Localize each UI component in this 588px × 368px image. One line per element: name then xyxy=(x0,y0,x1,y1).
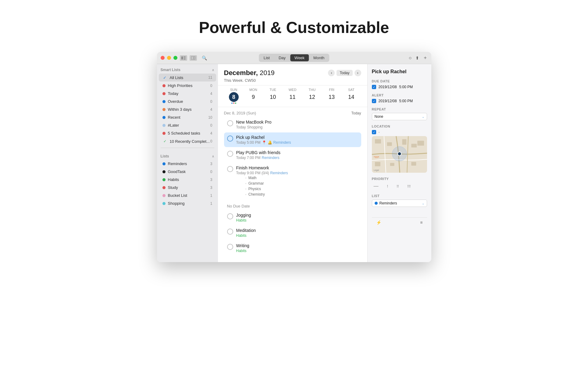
date-section-header: Dec 8, 2019 (Sun) Today xyxy=(224,107,361,117)
sidebar-item-within-3-days[interactable]: Within 3 days 4 xyxy=(159,106,216,113)
task-checkbox[interactable] xyxy=(227,151,233,157)
location-value: - xyxy=(379,130,380,134)
circle-icon[interactable]: ○ xyxy=(409,55,412,61)
checkmark-icon: ✓ xyxy=(373,99,375,103)
detail-title: Pick up Rachel xyxy=(372,69,427,74)
panel-toggle-button[interactable] xyxy=(190,55,197,61)
task-checkbox[interactable] xyxy=(227,213,233,219)
seg-month[interactable]: Month xyxy=(309,54,329,61)
day-col-sun[interactable]: Sun 8 xyxy=(224,88,244,104)
priority-low[interactable]: ! xyxy=(385,183,390,189)
sidebar-item-reminders[interactable]: Reminders 3 xyxy=(159,160,216,168)
sidebar-item-study[interactable]: Study 3 xyxy=(159,184,216,191)
minimize-button[interactable] xyxy=(167,56,171,60)
sidebar-item-today[interactable]: Today 4 xyxy=(159,90,216,97)
no-due-date-header: No Due Date xyxy=(224,200,361,210)
menu-icon[interactable]: ≡ xyxy=(420,220,422,225)
location-row: ✓ - xyxy=(372,130,427,134)
sidebar-item-habits[interactable]: Habits 3 xyxy=(159,176,216,183)
due-date-section: Due Date ✓ 2019/12/08 5:00 PM xyxy=(372,79,427,89)
location-checkbox[interactable]: ✓ xyxy=(372,130,376,134)
task-checkbox[interactable] xyxy=(227,244,233,250)
day-num-mon: 9 xyxy=(248,92,258,102)
subtask-chemistry: Chemistry xyxy=(236,192,358,197)
sidebar-item-bucket-list[interactable]: Bucket List 1 xyxy=(159,192,216,199)
task-row[interactable]: Play PUBG with friends Today 7:00 PM Rem… xyxy=(224,148,361,162)
sidebar-item-shopping[interactable]: Shopping 1 xyxy=(159,200,216,207)
sidebar-item-high-priorities[interactable]: High Priorities 0 xyxy=(159,82,216,89)
prev-btn[interactable]: ‹ xyxy=(328,70,335,76)
task-row-jogging[interactable]: Jogging Habits xyxy=(224,210,361,225)
due-date-checkbox[interactable]: ✓ xyxy=(372,85,376,89)
sidebar-item-scheduled[interactable]: 5 Scheduled tasks 4 xyxy=(159,129,216,137)
alert-section: Alert ✓ 2019/12/08 5:00 PM xyxy=(372,93,427,103)
smart-lists-chevron[interactable]: ∧ xyxy=(212,68,214,72)
seg-list[interactable]: List xyxy=(259,54,274,61)
map-view[interactable]: ngga Legal xyxy=(372,136,427,173)
sidebar-item-goodtask[interactable]: GoodTask 0 xyxy=(159,168,216,175)
today-btn[interactable]: Today xyxy=(337,70,352,76)
task-tag: Reminders xyxy=(270,171,288,175)
task-checkbox[interactable] xyxy=(227,166,233,172)
reminders-count: 3 xyxy=(210,162,212,166)
priority-medium[interactable]: !! xyxy=(395,183,401,189)
date-section-label: Dec 8, 2019 (Sun) xyxy=(224,111,256,115)
day-col-wed[interactable]: Wed 11 xyxy=(283,88,302,104)
repeat-select[interactable]: None ⌄ xyxy=(372,113,427,120)
alert-checkbox[interactable]: ✓ xyxy=(372,99,376,103)
sidebar-item-all-lists[interactable]: ✓ All Lists 11 xyxy=(159,74,216,81)
task-title: Pick up Rachel xyxy=(236,135,358,140)
day-col-tue[interactable]: Tue 10 xyxy=(263,88,283,104)
task-checkbox-selected[interactable] xyxy=(227,135,233,142)
study-count: 3 xyxy=(210,186,212,190)
svg-text:ngga: ngga xyxy=(373,155,379,158)
week-days-row: Sun 8 Mon 9 Tue 10 Wed xyxy=(218,85,367,107)
subtask-math: Math xyxy=(236,175,358,181)
lightning-icon[interactable]: ⚡ xyxy=(376,220,381,225)
day-col-thu[interactable]: Thu 12 xyxy=(302,88,322,104)
sidebar-toggle-button[interactable] xyxy=(180,55,187,61)
next-btn[interactable]: › xyxy=(355,70,361,76)
task-row[interactable]: New MacBook Pro Today Shopping xyxy=(224,117,361,132)
due-date-label: Due Date xyxy=(372,79,427,83)
seg-day[interactable]: Day xyxy=(274,54,290,61)
sidebar-item-overdue[interactable]: Overdue 0 xyxy=(159,98,216,105)
sidebar-item-recent[interactable]: Recent 10 xyxy=(159,114,216,121)
day-col-sat[interactable]: Sat 14 xyxy=(341,88,361,104)
task-checkbox[interactable] xyxy=(227,120,233,126)
calendar-month: December, xyxy=(224,69,258,77)
due-date-value: 2019/12/08 xyxy=(379,85,397,89)
task-meta: Today 9:00 PM (0/4) Reminders xyxy=(236,171,358,175)
priority-row: — ! !! !!! xyxy=(372,182,427,190)
task-tag: Habits xyxy=(236,233,247,238)
share-icon[interactable]: ⬆ xyxy=(415,56,419,60)
list-select-dot xyxy=(375,202,378,205)
task-row-writing[interactable]: Writing Habits xyxy=(224,241,361,255)
task-title: New MacBook Pro xyxy=(236,120,358,124)
high-priorities-dot xyxy=(162,84,166,87)
day-col-mon[interactable]: Mon 9 xyxy=(244,88,263,104)
priority-high[interactable]: !!! xyxy=(405,183,412,189)
calendar-subtitle: This Week. CW50 xyxy=(224,78,361,83)
add-icon[interactable]: ＋ xyxy=(423,55,428,61)
subtask-physics: Physics xyxy=(236,186,358,192)
search-icon[interactable]: 🔍 xyxy=(202,56,207,60)
recent-count: 10 xyxy=(208,115,212,120)
task-content: Writing Habits xyxy=(236,243,358,253)
task-checkbox[interactable] xyxy=(227,229,233,235)
seg-week[interactable]: Week xyxy=(290,54,309,61)
sidebar-item-recently-completed[interactable]: ✓ 10 Recently Complet... 0 xyxy=(159,137,216,145)
maximize-button[interactable] xyxy=(173,56,177,60)
task-row[interactable]: Finish Homework Today 9:00 PM (0/4) Remi… xyxy=(224,163,361,200)
svg-rect-11 xyxy=(417,141,424,146)
day-col-fri[interactable]: Fri 13 xyxy=(322,88,341,104)
task-row-meditation[interactable]: Meditation Habits xyxy=(224,225,361,240)
list-select[interactable]: Reminders ⌄ xyxy=(372,200,427,207)
smart-lists-header: Smart Lists ∧ xyxy=(157,64,218,73)
priority-none[interactable]: — xyxy=(372,182,380,190)
lists-chevron[interactable]: ∧ xyxy=(212,154,214,158)
close-button[interactable] xyxy=(161,56,165,60)
sidebar-item-later[interactable]: #Later 0 xyxy=(159,121,216,129)
task-row-selected[interactable]: Pick up Rachel Today 5:00 PM 📍 🔔 Reminde… xyxy=(224,132,361,147)
habits-count: 3 xyxy=(210,178,212,182)
